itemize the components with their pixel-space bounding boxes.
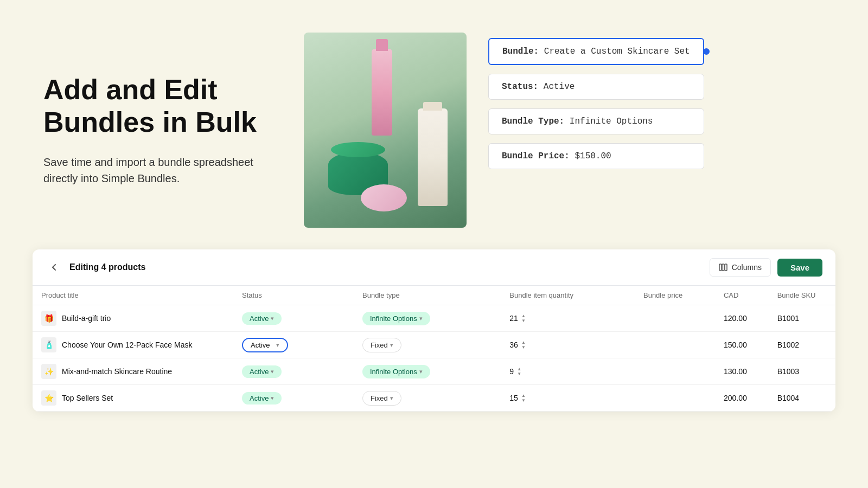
qty-down-arrow[interactable]: ▼ (521, 345, 526, 350)
product-icon: 🧴 (41, 337, 56, 352)
product-title-cell: ⭐ Top Sellers Set (33, 385, 233, 412)
bundle-type-value: Fixed (371, 394, 388, 402)
product-title: Choose Your Own 12-Pack Face Mask (62, 341, 192, 349)
quantity-spinner[interactable]: ▲ ▼ (521, 314, 526, 323)
bundle-status-value: Active (544, 82, 575, 92)
product-title-cell: 🎁 Build-a-gift trio (33, 305, 233, 332)
svg-rect-1 (722, 264, 724, 271)
col-header-quantity: Bundle item quantity (501, 286, 635, 305)
qty-up-arrow[interactable]: ▲ (521, 394, 526, 398)
qty-up-arrow[interactable]: ▲ (521, 314, 526, 318)
status-badge[interactable]: Active ▾ (242, 365, 282, 378)
status-value: Active (250, 314, 269, 323)
bundle-name-label: Bundle: (502, 47, 544, 56)
product-tube-icon (372, 49, 392, 136)
bundle-type-dropdown-arrow: ▾ (390, 342, 393, 349)
info-cards: Bundle: Create a Custom Skincare Set Sta… (488, 33, 704, 169)
price-value: 150.00 (724, 341, 747, 349)
bundle-price-card: Bundle Price: $150.00 (488, 143, 704, 169)
status-badge[interactable]: Active ▾ (242, 312, 282, 325)
quantity-value: 15 (509, 394, 518, 402)
products-table: Product title Status Bundle type Bundle … (33, 286, 835, 412)
bundle-name-card: Bundle: Create a Custom Skincare Set (488, 38, 704, 65)
bundle-type-label: Bundle Type: (502, 117, 570, 126)
status-badge[interactable]: Active ▾ (242, 338, 288, 352)
quantity-cell: 36 ▲ ▼ (501, 332, 635, 358)
product-icon: ✨ (41, 364, 56, 379)
status-cell[interactable]: Active ▾ (233, 385, 354, 412)
hero-title: Add and Edit Bundles in Bulk (43, 74, 271, 139)
price-cell (635, 358, 715, 385)
table-row: 🧴 Choose Your Own 12-Pack Face Mask Acti… (33, 332, 835, 358)
quantity-cell: 21 ▲ ▼ (501, 305, 635, 332)
table-row: ✨ Mix-and-match Skincare Routine Active … (33, 358, 835, 385)
bundle-type-badge[interactable]: Fixed ▾ (362, 391, 401, 406)
product-title: Top Sellers Set (62, 394, 113, 402)
product-bottle-icon (418, 108, 448, 206)
col-header-sku: Bundle SKU (769, 286, 835, 305)
bundle-type-badge[interactable]: Infinite Options ▾ (362, 365, 430, 378)
bundle-status-card: Status: Active (488, 74, 704, 100)
bundle-type-cell[interactable]: Infinite Options ▾ (354, 305, 501, 332)
bundle-price-label: Bundle Price: (502, 151, 575, 161)
product-title: Build-a-gift trio (62, 314, 111, 323)
bundle-type-value: Infinite Options (570, 117, 653, 126)
bundle-type-value: Infinite Options (370, 368, 417, 376)
columns-label: Columns (732, 263, 762, 272)
product-icon: 🎁 (41, 311, 56, 326)
product-image (304, 33, 467, 228)
price-cell (635, 332, 715, 358)
bundle-name-value: Create a Custom Skincare Set (544, 47, 690, 56)
qty-down-arrow[interactable]: ▼ (521, 399, 526, 403)
save-button[interactable]: Save (777, 259, 822, 277)
col-header-price: Bundle price (635, 286, 715, 305)
bundle-status-label: Status: (502, 82, 544, 92)
quantity-value: 21 (509, 314, 518, 323)
status-cell[interactable]: Active ▾ (233, 332, 354, 358)
sku-value: B1004 (777, 394, 799, 402)
qty-down-arrow[interactable]: ▼ (517, 372, 521, 376)
qty-up-arrow[interactable]: ▲ (521, 341, 526, 345)
bundle-type-badge[interactable]: Infinite Options ▾ (362, 312, 430, 325)
qty-up-arrow[interactable]: ▲ (517, 367, 521, 371)
quantity-value: 36 (509, 341, 518, 349)
status-dropdown-arrow: ▾ (271, 368, 274, 375)
cad-cell: 130.00 (715, 358, 769, 385)
col-header-cad: CAD (715, 286, 769, 305)
product-title-cell: ✨ Mix-and-match Skincare Routine (33, 358, 233, 385)
product-image-bg (304, 33, 467, 228)
table-header-row: Product title Status Bundle type Bundle … (33, 286, 835, 305)
hero-visual: Bundle: Create a Custom Skincare Set Sta… (304, 33, 825, 228)
qty-down-arrow[interactable]: ▼ (521, 319, 526, 323)
quantity-cell: 9 ▲ ▼ (501, 358, 635, 385)
quantity-spinner[interactable]: ▲ ▼ (521, 341, 526, 350)
quantity-spinner[interactable]: ▲ ▼ (517, 367, 521, 376)
svg-rect-0 (719, 264, 722, 271)
status-value: Active (250, 368, 269, 376)
quantity-value: 9 (509, 367, 514, 376)
col-header-bundle-type: Bundle type (354, 286, 501, 305)
product-title: Mix-and-match Skincare Routine (62, 367, 172, 376)
status-cell[interactable]: Active ▾ (233, 358, 354, 385)
back-button[interactable] (46, 259, 63, 276)
quantity-spinner[interactable]: ▲ ▼ (521, 394, 526, 403)
status-dropdown-arrow: ▾ (276, 342, 279, 349)
table-section: Editing 4 products Columns Save Product … (33, 249, 835, 412)
status-value: Active (251, 341, 270, 349)
table-row: 🎁 Build-a-gift trio Active ▾ Infinite Op… (33, 305, 835, 332)
bundle-type-value: Fixed (371, 341, 388, 349)
bundle-type-cell[interactable]: Fixed ▾ (354, 332, 501, 358)
price-value: 200.00 (724, 394, 747, 402)
bundle-type-cell[interactable]: Fixed ▾ (354, 385, 501, 412)
bundle-type-badge[interactable]: Fixed ▾ (362, 338, 401, 352)
editing-label: Editing 4 products (69, 262, 703, 272)
columns-button[interactable]: Columns (710, 258, 771, 277)
cad-cell: 200.00 (715, 385, 769, 412)
status-cell[interactable]: Active ▾ (233, 305, 354, 332)
product-round-icon (361, 184, 407, 211)
bundle-type-cell[interactable]: Infinite Options ▾ (354, 358, 501, 385)
status-badge[interactable]: Active ▾ (242, 392, 282, 404)
sku-cell: B1004 (769, 385, 835, 412)
cad-cell: 120.00 (715, 305, 769, 332)
hero-subtitle: Save time and import a bundle spreadshee… (43, 154, 271, 187)
